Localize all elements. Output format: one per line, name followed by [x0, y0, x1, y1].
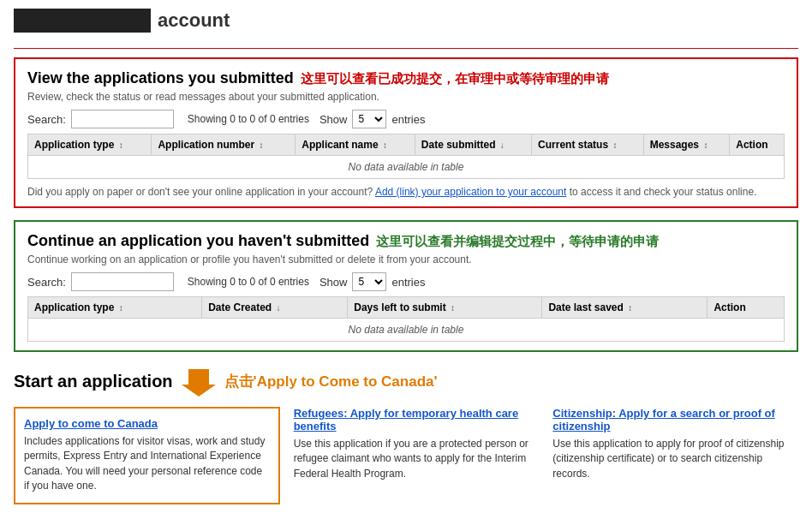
unsubmitted-table-empty-row: No data available in table	[28, 319, 785, 342]
page-header: account	[14, 9, 798, 38]
submitted-table: Application type ↕ Application number ↕ …	[27, 134, 785, 179]
card-refugees-link[interactable]: Refugees: Apply for temporary health car…	[294, 407, 540, 433]
submitted-title: View the applications you submitted	[27, 69, 294, 87]
sort-icon-u-daysleft[interactable]: ↕	[451, 303, 455, 313]
col-action: Action	[730, 134, 785, 156]
sort-icon-u-datesaved[interactable]: ↕	[628, 303, 632, 313]
submitted-no-data: No data available in table	[28, 156, 785, 179]
card-refugees-text: Use this application if you are a protec…	[294, 438, 528, 480]
col-u-days-left[interactable]: Days left to submit ↕	[348, 297, 542, 319]
submitted-search-label: Search:	[27, 113, 66, 126]
paper-link[interactable]: Add (link) your application to your acco…	[375, 186, 566, 198]
col-app-type[interactable]: Application type ↕	[28, 134, 152, 156]
unsubmitted-title-cn: 这里可以查看并编辑提交过程中，等待申请的申请	[376, 234, 659, 250]
header-divider	[14, 48, 798, 49]
col-date-submitted[interactable]: Date submitted ↓	[415, 134, 531, 156]
submitted-title-row: View the applications you submitted 这里可以…	[27, 69, 785, 87]
col-applicant-name[interactable]: Applicant name ↕	[296, 134, 415, 156]
unsubmitted-search-label: Search:	[27, 276, 66, 289]
submitted-title-cn: 这里可以查看已成功提交，在审理中或等待审理的申请	[301, 71, 609, 87]
col-u-app-type[interactable]: Application type ↕	[28, 297, 202, 319]
sort-icon-u-datecreated[interactable]: ↓	[277, 303, 281, 313]
unsubmitted-search-row: Search: Showing 0 to 0 of 0 entries Show…	[27, 272, 785, 291]
unsubmitted-show-select[interactable]: 5 10 25 50	[352, 272, 386, 291]
sort-icon-apptype[interactable]: ↕	[119, 140, 123, 150]
sort-icon-messages[interactable]: ↕	[703, 140, 708, 150]
unsubmitted-entries-label: entries	[391, 276, 425, 289]
col-u-action: Action	[708, 297, 785, 319]
unsubmitted-show-label: Show	[319, 276, 348, 289]
start-section: Start an application 点击'Apply to Come to…	[14, 364, 798, 504]
unsubmitted-title: Continue an application you haven't subm…	[27, 232, 369, 250]
submitted-entries-info: Showing 0 to 0 of 0 entries	[188, 113, 309, 125]
submitted-show-label: Show	[319, 113, 348, 126]
col-app-number[interactable]: Application number ↕	[152, 134, 296, 156]
sort-icon-u-apptype[interactable]: ↕	[119, 303, 123, 313]
col-u-date-saved[interactable]: Date last saved ↕	[542, 297, 708, 319]
svg-marker-0	[182, 369, 216, 397]
card-refugees: Refugees: Apply for temporary health car…	[294, 407, 540, 504]
page-title: account	[158, 9, 230, 32]
submitted-table-header: Application type ↕ Application number ↕ …	[28, 134, 785, 156]
submitted-table-empty-row: No data available in table	[28, 156, 785, 179]
sort-icon-appnum[interactable]: ↕	[259, 140, 263, 150]
start-title: Start an application	[14, 372, 173, 391]
submitted-entries-label: entries	[391, 113, 425, 126]
paper-note-end: to access it and check your status onlin…	[570, 186, 757, 198]
unsubmitted-table-header: Application type ↕ Date Created ↓ Days l…	[28, 297, 785, 319]
card-citizenship-text: Use this application to apply for proof …	[552, 438, 784, 480]
col-u-date-created[interactable]: Date Created ↓	[202, 297, 348, 319]
card-apply-canada: Apply to come to Canada Includes applica…	[14, 407, 280, 504]
unsubmitted-title-row: Continue an application you haven't subm…	[27, 232, 785, 250]
unsubmitted-table: Application type ↕ Date Created ↓ Days l…	[27, 296, 785, 342]
card-apply-canada-link[interactable]: Apply to come to Canada	[24, 417, 270, 430]
submitted-section: View the applications you submitted 这里可以…	[14, 57, 798, 208]
unsubmitted-entries-info: Showing 0 to 0 of 0 entries	[188, 276, 309, 288]
unsubmitted-no-data: No data available in table	[28, 319, 785, 342]
card-citizenship-link[interactable]: Citizenship: Apply for a search or proof…	[552, 407, 798, 433]
unsubmitted-subtitle: Continue working on an application or pr…	[27, 254, 785, 266]
unsubmitted-section: Continue an application you haven't subm…	[14, 220, 798, 352]
submitted-show-select[interactable]: 5 10 25 50	[352, 110, 386, 128]
submitted-search-row: Search: Showing 0 to 0 of 0 entries Show…	[27, 110, 785, 128]
sort-icon-name[interactable]: ↕	[383, 140, 387, 150]
submitted-search-input[interactable]	[71, 110, 174, 128]
sort-icon-status[interactable]: ↕	[612, 140, 617, 150]
card-apply-canada-text: Includes applications for visitor visas,…	[24, 435, 265, 492]
cards-row: Apply to come to Canada Includes applica…	[14, 407, 798, 504]
start-title-cn: 点击'Apply to Come to Canada'	[224, 372, 438, 391]
unsubmitted-search-input[interactable]	[71, 272, 174, 291]
paper-note: Did you apply on paper or don't see your…	[27, 186, 785, 198]
submitted-subtitle: Review, check the status or read message…	[27, 91, 785, 103]
col-messages[interactable]: Messages ↕	[643, 134, 730, 156]
card-citizenship: Citizenship: Apply for a search or proof…	[552, 407, 798, 504]
sort-icon-date[interactable]: ↓	[500, 140, 505, 150]
account-logo	[14, 9, 151, 33]
paper-note-text: Did you apply on paper or don't see your…	[27, 186, 373, 198]
col-current-status[interactable]: Current status ↕	[532, 134, 644, 156]
arrow-down-icon	[182, 364, 216, 398]
start-title-row: Start an application 点击'Apply to Come to…	[14, 364, 798, 398]
